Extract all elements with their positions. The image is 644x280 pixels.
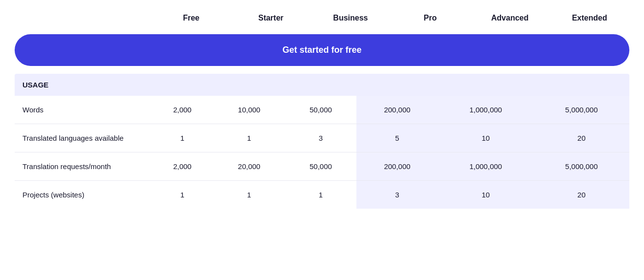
header-free: Free — [151, 10, 231, 26]
pricing-container: Free Starter Business Pro Advanced Exten… — [0, 0, 644, 280]
free-value: 2,000 — [151, 152, 213, 181]
get-started-button[interactable]: Get started for free — [15, 34, 629, 66]
pro-value: 200,000 — [356, 152, 437, 181]
extended-value: 20 — [534, 181, 629, 209]
header-advanced: Advanced — [470, 10, 550, 26]
pro-value: 5 — [356, 124, 437, 152]
feature-label: Translation requests/month — [15, 152, 151, 181]
free-value: 1 — [151, 124, 213, 152]
starter-value: 1 — [213, 181, 285, 209]
usage-table: Words 2,000 10,000 50,000 200,000 1,000,… — [15, 96, 629, 209]
pro-value: 3 — [356, 181, 437, 209]
feature-label: Translated languages available — [15, 124, 151, 152]
free-value: 2,000 — [151, 96, 213, 124]
header-starter: Starter — [231, 10, 311, 26]
extended-value: 20 — [534, 124, 629, 152]
header-extended: Extended — [550, 10, 629, 26]
table-row: Words 2,000 10,000 50,000 200,000 1,000,… — [15, 96, 629, 124]
starter-value: 20,000 — [213, 152, 285, 181]
advanced-value: 1,000,000 — [438, 96, 534, 124]
header-business: Business — [311, 10, 390, 26]
business-value: 1 — [285, 181, 357, 209]
starter-value: 1 — [213, 124, 285, 152]
header-empty — [15, 10, 151, 26]
header-pro: Pro — [391, 10, 470, 26]
pro-value: 200,000 — [356, 96, 437, 124]
feature-label: Projects (websites) — [15, 181, 151, 209]
extended-value: 5,000,000 — [534, 152, 629, 181]
starter-value: 10,000 — [213, 96, 285, 124]
business-value: 3 — [285, 124, 357, 152]
feature-label: Words — [15, 96, 151, 124]
usage-section: USAGE Words 2,000 10,000 50,000 200,000 — [15, 74, 629, 209]
table-row: Translation requests/month 2,000 20,000 … — [15, 152, 629, 181]
extended-value: 5,000,000 — [534, 96, 629, 124]
free-value: 1 — [151, 181, 213, 209]
business-value: 50,000 — [285, 96, 357, 124]
business-value: 50,000 — [285, 152, 357, 181]
usage-section-header: USAGE — [15, 74, 629, 96]
advanced-value: 10 — [438, 181, 534, 209]
advanced-value: 10 — [438, 124, 534, 152]
table-row: Projects (websites) 1 1 1 3 10 20 — [15, 181, 629, 209]
cta-row: Get started for free — [15, 34, 629, 66]
advanced-value: 1,000,000 — [438, 152, 534, 181]
plan-header-row: Free Starter Business Pro Advanced Exten… — [15, 10, 629, 26]
table-row: Translated languages available 1 1 3 5 1… — [15, 124, 629, 152]
